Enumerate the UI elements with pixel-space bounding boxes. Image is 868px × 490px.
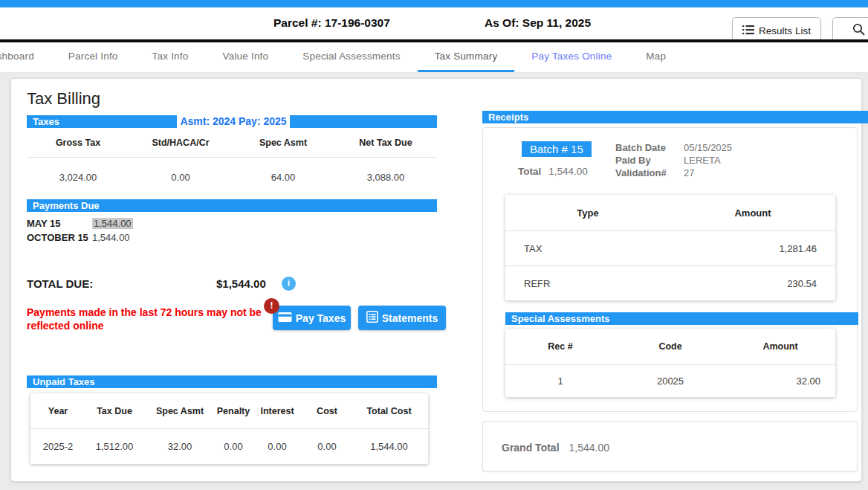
statements-button[interactable]: Statements — [358, 306, 446, 330]
cell-spec-asmt: 32.00 — [147, 441, 213, 452]
as-of-date: As Of: Sep 11, 2025 — [485, 16, 591, 30]
pay-taxes-button[interactable]: Pay Taxes — [273, 306, 351, 330]
page-title: Tax Billing — [27, 89, 437, 109]
cell-rec: 1 — [505, 375, 615, 387]
tab-tax-info[interactable]: Tax Info — [135, 42, 206, 72]
special-assessments-table: Rec # Code Amount 1 20025 32.00 — [505, 329, 835, 397]
special-assessments-header: Special Assessments — [505, 312, 858, 325]
top-accent-bar — [0, 0, 868, 7]
parcel-number: Parcel #: 17-196-0307 — [273, 16, 390, 30]
unpaid-taxes-table: Year Tax Due Spec Asmt Penalty Interest … — [30, 393, 428, 464]
col-net-tax-due: Net Tax Due — [334, 138, 437, 148]
tab-special-assessments[interactable]: Special Assessments — [285, 42, 417, 72]
taxes-header-label: Taxes — [27, 115, 177, 128]
tab-map[interactable]: Map — [629, 42, 683, 72]
validation-label: Validation# — [615, 167, 684, 179]
due-date-label: OCTOBER 15 — [27, 232, 92, 243]
std-haca-cr-value: 0.00 — [129, 172, 232, 183]
col-penalty: Penalty — [213, 406, 254, 416]
taxes-table-header: Gross Tax Std/HACA/Cr Spec Asmt Net Tax … — [27, 138, 437, 148]
cell-type: REFR — [505, 278, 670, 289]
statements-list-icon — [366, 311, 378, 325]
batch-date-label: Batch Date — [615, 141, 684, 154]
unpaid-taxes-table-header: Year Tax Due Spec Asmt Penalty Interest … — [30, 393, 428, 428]
main-card: Tax Billing Taxes Asmt: 2024 Pay: 2025 G… — [10, 78, 862, 482]
due-date-label: MAY 15 — [27, 218, 92, 229]
col-year: Year — [34, 406, 82, 416]
special-assessments-table-header: Rec # Code Amount — [505, 329, 835, 364]
alert-badge-icon — [264, 298, 279, 314]
batch-total-label: Total — [518, 166, 541, 177]
pay-taxes-label: Pay Taxes — [296, 312, 346, 324]
grand-total-value: 1,544.00 — [569, 442, 610, 454]
paid-by-label: Paid By — [615, 154, 684, 167]
batch-total-value: 1,544.00 — [548, 166, 588, 177]
taxes-table-row: 3,024.00 0.00 64.00 3,088.00 — [27, 172, 437, 183]
payments-due-header: Payments Due — [27, 199, 437, 212]
tab-value-info[interactable]: Value Info — [205, 42, 285, 72]
results-list-label: Results List — [759, 25, 811, 36]
tax-billing-panel: Tax Billing Taxes Asmt: 2024 Pay: 2025 G… — [27, 89, 437, 464]
statements-label: Statements — [382, 312, 438, 324]
col-rec: Rec # — [505, 341, 615, 352]
due-amount: 1,544.00 — [92, 218, 133, 229]
header: Parcel #: 17-196-0307 As Of: Sep 11, 202… — [0, 7, 868, 39]
cell-cost: 0.00 — [300, 441, 354, 452]
total-due-label: TOTAL DUE: — [27, 277, 93, 290]
table-row: REFR 230.54 — [505, 265, 835, 300]
tab-tax-summary[interactable]: Tax Summary — [418, 42, 515, 72]
col-interest: Interest — [254, 406, 300, 416]
page-background: Tax Billing Taxes Asmt: 2024 Pay: 2025 G… — [0, 73, 868, 490]
grand-total-card: Grand Total1,544.00 — [482, 421, 858, 471]
receipts-header: Receipts — [482, 111, 868, 123]
col-amount: Amount — [725, 341, 835, 352]
col-amount: Amount — [670, 207, 835, 219]
cell-penalty: 0.00 — [213, 441, 254, 452]
tab-parcel-info[interactable]: Parcel Info — [51, 42, 135, 72]
receipts-panel: Receipts Batch # 15 Total1,544.00 Batch … — [482, 111, 868, 471]
batch-detail-row: Validation# 27 — [615, 167, 732, 179]
net-tax-due-value: 3,088.00 — [334, 172, 437, 183]
col-cost: Cost — [300, 406, 354, 416]
receipt-type-table-header: Type Amount — [505, 195, 835, 231]
batch-total: Total1,544.00 — [518, 166, 588, 177]
batch-detail-row: Paid By LERETA — [615, 154, 732, 167]
gross-tax-value: 3,024.00 — [27, 172, 129, 183]
list-icon — [742, 25, 754, 37]
cell-type: TAX — [505, 243, 670, 254]
total-due-row: TOTAL DUE: $1,544.00 — [27, 277, 437, 292]
payment-due-row: MAY 15 1,544.00 — [27, 218, 437, 229]
batch-date-value: 05/15/2025 — [684, 141, 732, 154]
actions-row: Payments made in the last 72 hours may n… — [27, 301, 437, 355]
col-code: Code — [615, 341, 725, 352]
credit-card-icon — [278, 312, 292, 325]
receipt-type-table: Type Amount TAX 1,281.46 REFR 230.54 — [505, 195, 835, 300]
cell-interest: 0.00 — [254, 441, 300, 452]
table-row: TAX 1,281.46 — [505, 231, 835, 265]
payment-due-row: OCTOBER 15 1,544.00 — [27, 232, 437, 243]
warning-text: Payments made in the last 72 hours may n… — [27, 306, 265, 332]
unpaid-taxes-header: Unpaid Taxes — [27, 375, 437, 388]
batch-number-chip[interactable]: Batch # 15 — [522, 141, 592, 157]
spec-asmt-value: 64.00 — [232, 172, 334, 183]
receipt-card: Batch # 15 Total1,544.00 Batch Date 05/1… — [482, 127, 858, 412]
col-tax-due: Tax Due — [82, 406, 147, 416]
taxes-table-divider — [27, 157, 437, 158]
cell-year: 2025-2 — [34, 441, 82, 452]
cell-total-cost: 1,544.00 — [354, 441, 424, 452]
validation-value: 27 — [684, 167, 732, 179]
cell-tax-due: 1,512.00 — [82, 441, 147, 452]
grand-total-label: Grand Total — [502, 442, 560, 454]
table-row: 2025-2 1,512.00 32.00 0.00 0.00 0.00 1,5… — [30, 428, 428, 464]
asmt-pay-label: Asmt: 2024 Pay: 2025 — [177, 115, 290, 128]
tab-bar: Dashboard Parcel Info Tax Info Value Inf… — [0, 42, 868, 73]
due-amount: 1,544.00 — [92, 232, 130, 243]
cell-amount: 230.54 — [670, 278, 835, 289]
batch-detail-row: Batch Date 05/15/2025 — [615, 141, 732, 154]
cell-amount: 32.00 — [725, 375, 835, 387]
tab-dashboard[interactable]: Dashboard — [0, 42, 51, 72]
cell-code: 20025 — [615, 375, 725, 387]
tab-pay-taxes-online[interactable]: Pay Taxes Online — [514, 42, 629, 72]
search-icon — [852, 23, 865, 38]
info-icon[interactable] — [282, 277, 296, 291]
